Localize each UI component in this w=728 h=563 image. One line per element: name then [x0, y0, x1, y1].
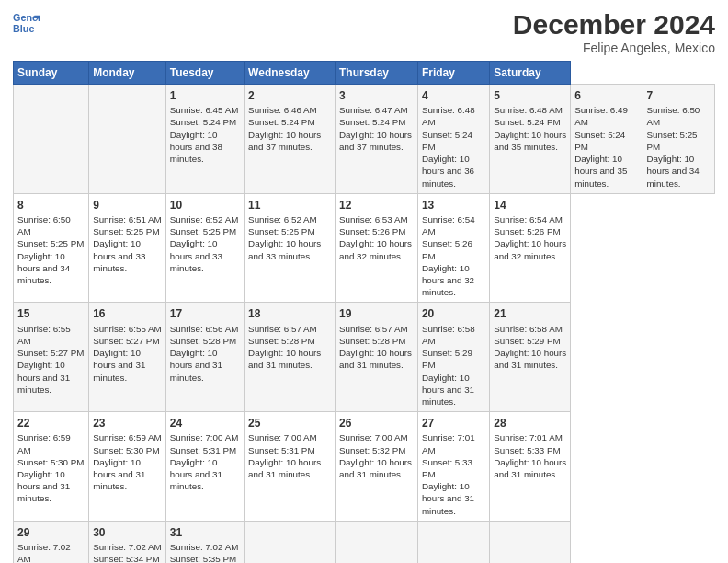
day-cell-31: 31Sunrise: 7:02 AMSunset: 5:35 PMDayligh… — [165, 521, 244, 563]
header-row-days: SundayMondayTuesdayWednesdayThursdayFrid… — [14, 62, 715, 85]
day-cell-16: 16Sunrise: 6:55 AMSunset: 5:27 PMDayligh… — [89, 303, 166, 412]
day-cell-8: 8Sunrise: 6:50 AMSunset: 5:25 PMDaylight… — [14, 193, 89, 303]
col-header-sunday: Sunday — [14, 62, 89, 85]
logo: General Blue — [13, 9, 40, 37]
day-cell-26: 26Sunrise: 7:00 AMSunset: 5:32 PMDayligh… — [336, 412, 418, 522]
day-cell-7: 7Sunrise: 6:50 AMSunset: 5:25 PMDaylight… — [643, 85, 714, 194]
day-cell-5: 5Sunrise: 6:48 AMSunset: 5:24 PMDaylight… — [490, 85, 571, 194]
day-cell-17: 17Sunrise: 6:56 AMSunset: 5:28 PMDayligh… — [165, 303, 244, 412]
header-row: General Blue December 2024 Felipe Angele… — [13, 9, 715, 55]
empty-cell — [417, 521, 489, 563]
day-cell-21: 21Sunrise: 6:58 AMSunset: 5:29 PMDayligh… — [490, 303, 571, 412]
day-cell-25: 25Sunrise: 7:00 AMSunset: 5:31 PMDayligh… — [245, 412, 336, 522]
col-header-wednesday: Wednesday — [245, 62, 336, 85]
day-cell-11: 11Sunrise: 6:52 AMSunset: 5:25 PMDayligh… — [245, 193, 336, 303]
logo-icon: General Blue — [13, 9, 40, 37]
day-cell-19: 19Sunrise: 6:57 AMSunset: 5:28 PMDayligh… — [336, 303, 418, 412]
week-row-5: 29Sunrise: 7:02 AMSunset: 5:34 PMDayligh… — [14, 521, 715, 563]
empty-cell — [89, 85, 166, 194]
title-block: December 2024 Felipe Angeles, Mexico — [513, 9, 715, 55]
day-cell-14: 14Sunrise: 6:54 AMSunset: 5:26 PMDayligh… — [490, 193, 571, 303]
col-header-friday: Friday — [417, 62, 489, 85]
day-cell-27: 27Sunrise: 7:01 AMSunset: 5:33 PMDayligh… — [417, 412, 489, 522]
day-cell-30: 30Sunrise: 7:02 AMSunset: 5:34 PMDayligh… — [89, 521, 166, 563]
week-row-1: 1Sunrise: 6:45 AMSunset: 5:24 PMDaylight… — [14, 85, 715, 194]
day-cell-22: 22Sunrise: 6:59 AMSunset: 5:30 PMDayligh… — [14, 412, 89, 522]
main-title: December 2024 — [513, 9, 715, 40]
day-cell-6: 6Sunrise: 6:49 AMSunset: 5:24 PMDaylight… — [571, 85, 643, 194]
day-cell-12: 12Sunrise: 6:53 AMSunset: 5:26 PMDayligh… — [336, 193, 418, 303]
empty-cell — [490, 521, 571, 563]
day-cell-9: 9Sunrise: 6:51 AMSunset: 5:25 PMDaylight… — [89, 193, 166, 303]
empty-cell — [245, 521, 336, 563]
day-cell-18: 18Sunrise: 6:57 AMSunset: 5:28 PMDayligh… — [245, 303, 336, 412]
week-row-3: 15Sunrise: 6:55 AMSunset: 5:27 PMDayligh… — [14, 303, 715, 412]
day-cell-1: 1Sunrise: 6:45 AMSunset: 5:24 PMDaylight… — [165, 85, 244, 194]
col-header-monday: Monday — [89, 62, 166, 85]
day-cell-23: 23Sunrise: 6:59 AMSunset: 5:30 PMDayligh… — [89, 412, 166, 522]
svg-text:Blue: Blue — [13, 23, 34, 34]
calendar-table: SundayMondayTuesdayWednesdayThursdayFrid… — [13, 61, 715, 563]
col-header-saturday: Saturday — [490, 62, 571, 85]
day-cell-10: 10Sunrise: 6:52 AMSunset: 5:25 PMDayligh… — [165, 193, 244, 303]
day-cell-28: 28Sunrise: 7:01 AMSunset: 5:33 PMDayligh… — [490, 412, 571, 522]
day-cell-3: 3Sunrise: 6:47 AMSunset: 5:24 PMDaylight… — [336, 85, 418, 194]
day-cell-13: 13Sunrise: 6:54 AMSunset: 5:26 PMDayligh… — [417, 193, 489, 303]
empty-cell — [14, 85, 89, 194]
col-header-thursday: Thursday — [336, 62, 418, 85]
main-container: General Blue December 2024 Felipe Angele… — [0, 0, 728, 563]
subtitle: Felipe Angeles, Mexico — [513, 40, 715, 55]
day-cell-20: 20Sunrise: 6:58 AMSunset: 5:29 PMDayligh… — [417, 303, 489, 412]
day-cell-29: 29Sunrise: 7:02 AMSunset: 5:34 PMDayligh… — [14, 521, 89, 563]
day-cell-15: 15Sunrise: 6:55 AMSunset: 5:27 PMDayligh… — [14, 303, 89, 412]
week-row-4: 22Sunrise: 6:59 AMSunset: 5:30 PMDayligh… — [14, 412, 715, 522]
col-header-tuesday: Tuesday — [165, 62, 244, 85]
day-cell-24: 24Sunrise: 7:00 AMSunset: 5:31 PMDayligh… — [165, 412, 244, 522]
day-cell-2: 2Sunrise: 6:46 AMSunset: 5:24 PMDaylight… — [245, 85, 336, 194]
day-cell-4: 4Sunrise: 6:48 AMSunset: 5:24 PMDaylight… — [417, 85, 489, 194]
empty-cell — [336, 521, 418, 563]
week-row-2: 8Sunrise: 6:50 AMSunset: 5:25 PMDaylight… — [14, 193, 715, 303]
